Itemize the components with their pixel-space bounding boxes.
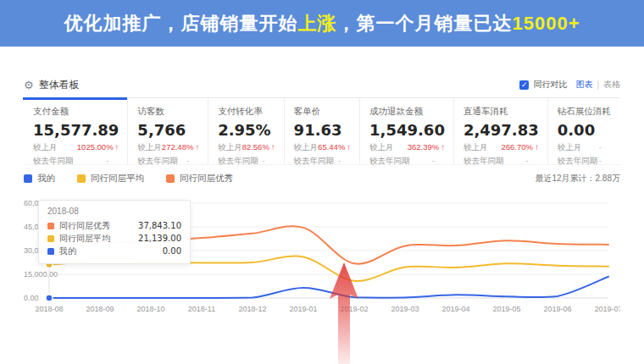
legend-item-peer-average[interactable]: 同行同层平均 xyxy=(77,173,144,185)
metric-value: 1,549.60 xyxy=(369,121,445,139)
up-arrow-icon: ↑ xyxy=(195,142,199,152)
up-arrow-icon: ↑ xyxy=(271,142,275,152)
up-arrow-icon: ↑ xyxy=(347,142,351,152)
up-arrow-icon: ↑ xyxy=(535,142,539,152)
metric-label: 支付金额 xyxy=(33,106,119,118)
mom-value: 272.48%↑ xyxy=(162,142,199,152)
mom-label: 较上月 xyxy=(218,142,242,152)
metric-card[interactable]: 成功退款金额 1,549.60 较上月362.39%↑ 较去年同期- xyxy=(360,98,454,164)
chart-summary: 最近12月累计：2.88万 xyxy=(535,173,620,185)
legend-item-mine[interactable]: 我的 xyxy=(24,173,55,185)
panel-header: ⚙ 整体看板 ✓ 同行对比 图表 | 表格 xyxy=(24,75,620,94)
promo-banner: 优化加推广，店铺销量开始上涨，第一个月销量已达15000+ xyxy=(0,0,644,47)
metric-label: 访客数 xyxy=(137,106,199,118)
metric-cards: 支付金额 15,577.89 较上月1025.00%↑ 较去年同期- 访客数 5… xyxy=(24,97,620,165)
yoy-label: 较去年同期 xyxy=(464,156,504,166)
svg-text:2018-08: 2018-08 xyxy=(35,305,63,313)
legend-label: 同行同层优秀 xyxy=(180,173,233,185)
mom-label: 较上月 xyxy=(294,142,319,152)
metric-label: 支付转化率 xyxy=(218,106,275,118)
mom-label: 较上月 xyxy=(33,142,58,152)
banner-highlight: 上涨 xyxy=(297,11,336,36)
mom-label: 较上月 xyxy=(558,142,582,152)
yoy-label: 较去年同期 xyxy=(294,156,335,166)
metric-value: 2.95% xyxy=(218,121,275,139)
legend-swatch xyxy=(77,174,86,183)
peer-compare-checkbox[interactable]: ✓ xyxy=(519,80,529,90)
metric-card[interactable]: 支付金额 15,577.89 较上月1025.00%↑ 较去年同期- xyxy=(24,98,128,164)
yoy-value: - xyxy=(338,156,351,166)
mom-value: - xyxy=(599,142,612,152)
svg-text:2019-02: 2019-02 xyxy=(340,305,368,313)
chart-legend: 我的 同行同层平均 同行同层优秀 最近12月累计：2.88万 xyxy=(24,172,620,185)
dashboard-icon: ⚙ xyxy=(24,80,34,91)
metric-card[interactable]: 客单价 91.63 较上月65.44%↑ 较去年同期- xyxy=(285,98,360,164)
svg-text:2019-07: 2019-07 xyxy=(594,305,620,313)
metric-label: 客单价 xyxy=(294,106,351,118)
yoy-value: - xyxy=(599,156,612,166)
peer-compare-label: 同行对比 xyxy=(533,79,567,91)
svg-text:15,000.00: 15,000.00 xyxy=(24,270,58,279)
series-marker-我的 xyxy=(46,295,53,301)
metric-value: 91.63 xyxy=(294,121,351,139)
mom-value: 82.56%↑ xyxy=(242,142,275,152)
svg-text:2019-04: 2019-04 xyxy=(441,305,469,313)
svg-text:2019-05: 2019-05 xyxy=(492,305,520,313)
banner-text: ，第一个月销量已达 xyxy=(336,11,512,36)
view-toggle-chart[interactable]: 图表 xyxy=(575,79,592,91)
metric-card[interactable]: 钻石展位消耗 0.00 较上月- 较去年同期- xyxy=(548,98,620,164)
mom-label: 较上月 xyxy=(369,142,394,152)
view-toggle-table[interactable]: 表格 xyxy=(603,79,620,91)
svg-text:0.00: 0.00 xyxy=(24,294,39,302)
mom-value: 266.70%↑ xyxy=(501,142,538,152)
metric-card[interactable]: 直通车消耗 2,497.83 较上月266.70%↑ 较去年同期- xyxy=(454,98,548,164)
svg-text:2018-11: 2018-11 xyxy=(188,305,215,313)
mom-value: 65.44%↑ xyxy=(318,142,351,152)
legend-label: 同行同层平均 xyxy=(91,173,144,185)
series-line-我的 xyxy=(49,277,608,298)
metric-value: 0.00 xyxy=(558,121,612,139)
metric-label: 直通车消耗 xyxy=(464,106,539,118)
svg-text:2019-03: 2019-03 xyxy=(391,305,419,313)
yoy-value: - xyxy=(432,156,445,166)
legend-label: 我的 xyxy=(37,173,55,185)
page-title: 整体看板 xyxy=(39,78,80,92)
legend-swatch xyxy=(24,174,32,183)
metric-value: 2,497.83 xyxy=(464,121,539,139)
tooltip-rows: 同行同层优秀37,843.10同行同层平均21,139.00我的0.00 xyxy=(47,219,181,257)
chart-tooltip: 2018-08 同行同层优秀37,843.10同行同层平均21,139.00我的… xyxy=(38,200,191,264)
chart-plot[interactable]: 60,000.0045,000.0030,000.0015,000.000.00… xyxy=(24,188,620,323)
up-arrow-icon: ↑ xyxy=(441,142,445,152)
yoy-value: - xyxy=(106,156,119,166)
trend-chart-section: 我的 同行同层平均 同行同层优秀 最近12月累计：2.88万 60,000.00… xyxy=(24,172,620,323)
banner-text: 优化加推广，店铺销量开始 xyxy=(64,11,297,36)
metric-card[interactable]: 访客数 5,766 较上月272.48%↑ 较去年同期- xyxy=(128,98,208,164)
svg-text:2019-06: 2019-06 xyxy=(543,305,571,313)
up-arrow-icon: ↑ xyxy=(115,142,119,152)
mom-value: 362.39%↑ xyxy=(408,142,445,152)
metric-value: 15,577.89 xyxy=(33,121,119,139)
metric-value: 5,766 xyxy=(137,121,199,139)
tooltip-date: 2018-08 xyxy=(47,207,181,216)
view-toggle-divider: | xyxy=(597,80,599,90)
mom-label: 较上月 xyxy=(137,142,162,152)
x-axis: 2018-082018-092018-102018-112018-122019-… xyxy=(35,305,620,313)
yoy-value: - xyxy=(262,156,275,166)
svg-text:2018-10: 2018-10 xyxy=(136,305,164,313)
svg-text:2018-12: 2018-12 xyxy=(238,305,266,313)
legend-swatch xyxy=(166,174,175,183)
mom-label: 较上月 xyxy=(464,142,488,152)
legend-item-peer-excellent[interactable]: 同行同层优秀 xyxy=(166,173,233,185)
dashboard-panel: ⚙ 整体看板 ✓ 同行对比 图表 | 表格 支付金额 15,577.89 较上月… xyxy=(0,75,644,323)
yoy-value: - xyxy=(186,156,199,166)
metric-card[interactable]: 支付转化率 2.95% 较上月82.56%↑ 较去年同期- xyxy=(208,98,284,164)
yoy-label: 较去年同期 xyxy=(218,156,258,166)
mom-value: 1025.00%↑ xyxy=(77,142,119,152)
yoy-value: - xyxy=(526,156,539,166)
metric-label: 钻石展位消耗 xyxy=(558,106,612,118)
yoy-label: 较去年同期 xyxy=(558,156,598,166)
metric-label: 成功退款金额 xyxy=(369,106,445,118)
banner-highlight: 15000+ xyxy=(512,13,580,35)
yoy-label: 较去年同期 xyxy=(369,156,410,166)
svg-text:2019-01: 2019-01 xyxy=(289,305,317,313)
